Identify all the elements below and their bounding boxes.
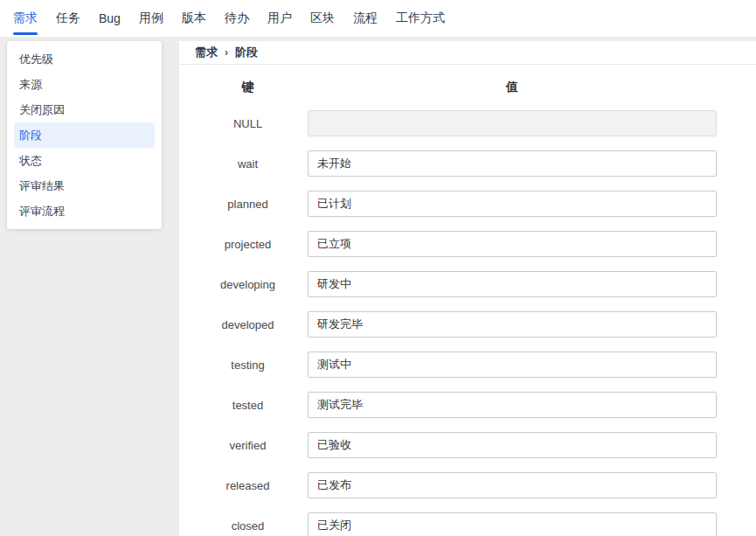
form-row-null: NULL xyxy=(188,110,756,136)
key-label: wait xyxy=(188,157,308,171)
value-input-closed[interactable] xyxy=(308,512,717,536)
sidebar-item-review-flow[interactable]: 评审流程 xyxy=(14,198,155,224)
sidebar-item-status[interactable]: 状态 xyxy=(14,148,155,173)
value-input-testing[interactable] xyxy=(308,352,717,378)
value-input-planned[interactable] xyxy=(308,191,717,217)
value-column-header: 值 xyxy=(308,80,717,95)
tab-user[interactable]: 用户 xyxy=(267,0,292,37)
breadcrumb-stage: 阶段 xyxy=(235,45,258,60)
value-input-null xyxy=(308,110,717,136)
tab-bug[interactable]: Bug xyxy=(99,0,121,37)
form-row-tested: tested xyxy=(188,392,756,418)
tab-task[interactable]: 任务 xyxy=(56,0,80,37)
form-row-developing: developing xyxy=(188,271,756,297)
breadcrumb-requirement[interactable]: 需求 xyxy=(195,45,218,60)
form-row-released: released xyxy=(188,472,756,498)
value-input-wait[interactable] xyxy=(308,150,717,177)
stage-key-value-form: 键 值 NULL wait planned projected developi… xyxy=(179,65,756,536)
key-label: closed xyxy=(188,519,308,533)
value-input-projected[interactable] xyxy=(308,231,717,257)
key-column-header: 键 xyxy=(188,80,308,95)
form-header-row: 键 值 xyxy=(188,80,756,95)
sidebar-item-stage[interactable]: 阶段 xyxy=(14,122,155,148)
form-row-testing: testing xyxy=(188,352,756,378)
tab-workmode[interactable]: 工作方式 xyxy=(396,0,445,37)
sidebar-item-source[interactable]: 来源 xyxy=(14,72,155,97)
main-panel: 需求 › 阶段 键 值 NULL wait planned projected … xyxy=(179,41,756,536)
form-row-projected: projected xyxy=(188,231,756,257)
key-label: verified xyxy=(188,439,308,452)
tab-block[interactable]: 区块 xyxy=(310,0,335,37)
form-row-closed: closed xyxy=(188,512,756,536)
form-row-planned: planned xyxy=(188,191,756,217)
tab-flow[interactable]: 流程 xyxy=(353,0,378,37)
key-label: projected xyxy=(188,238,308,251)
key-label: developed xyxy=(188,318,308,331)
key-label: NULL xyxy=(188,117,308,130)
tab-version[interactable]: 版本 xyxy=(182,0,206,37)
key-label: released xyxy=(188,479,308,492)
key-label: tested xyxy=(188,399,308,412)
key-label: planned xyxy=(188,198,308,211)
sidebar-item-review-result[interactable]: 评审结果 xyxy=(14,173,155,198)
form-row-verified: verified xyxy=(188,432,756,458)
sidebar: 优先级 来源 关闭原因 阶段 状态 评审结果 评审流程 xyxy=(7,41,162,229)
value-input-verified[interactable] xyxy=(308,432,717,458)
sidebar-item-priority[interactable]: 优先级 xyxy=(14,46,155,72)
tab-testcase[interactable]: 用例 xyxy=(139,0,163,37)
value-input-developing[interactable] xyxy=(308,271,717,297)
tab-requirement[interactable]: 需求 xyxy=(13,0,38,37)
top-navigation: 需求 任务 Bug 用例 版本 待办 用户 区块 流程 工作方式 xyxy=(0,0,756,37)
value-input-tested[interactable] xyxy=(308,392,717,418)
value-input-released[interactable] xyxy=(308,472,717,498)
form-row-wait: wait xyxy=(188,150,756,177)
key-label: testing xyxy=(188,358,308,372)
tab-todo[interactable]: 待办 xyxy=(225,0,249,37)
form-row-developed: developed xyxy=(188,311,756,338)
key-label: developing xyxy=(188,278,308,291)
value-input-developed[interactable] xyxy=(308,311,717,338)
chevron-right-icon: › xyxy=(225,45,228,59)
sidebar-item-close-reason[interactable]: 关闭原因 xyxy=(14,97,155,122)
breadcrumb: 需求 › 阶段 xyxy=(179,41,756,65)
